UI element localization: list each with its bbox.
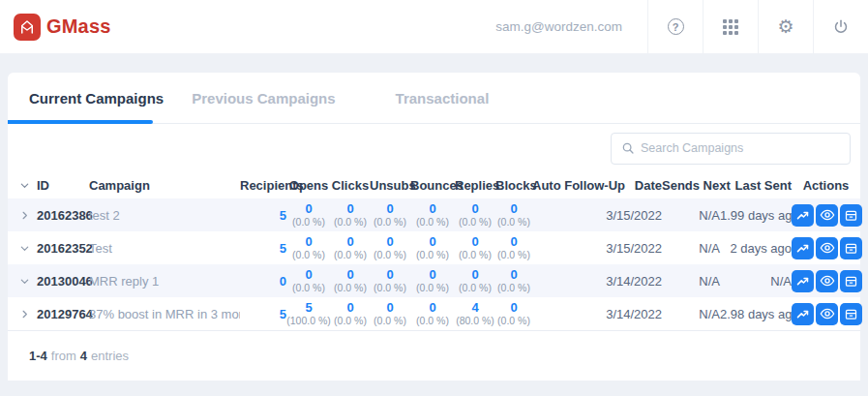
view-button[interactable] — [816, 237, 838, 259]
opens-stat[interactable]: 0(0.0 %) — [286, 202, 331, 228]
search-input[interactable] — [641, 141, 850, 155]
replies-stat[interactable]: 4(80.0 %) — [455, 301, 495, 327]
campaign-date: 3/15/2022 — [606, 241, 662, 256]
clicks-stat[interactable]: 0(0.0 %) — [331, 235, 370, 261]
stat-value: 0 — [471, 235, 478, 250]
replies-stat[interactable]: 0(0.0 %) — [455, 268, 495, 294]
view-button[interactable] — [816, 303, 838, 325]
stat-percent: (0.0 %) — [374, 282, 406, 293]
row-expand-chevron-icon[interactable] — [15, 210, 33, 221]
sends-next: N/A — [662, 307, 720, 321]
collapse-all-chevron-icon[interactable] — [15, 180, 33, 191]
archive-button[interactable] — [840, 204, 862, 227]
logout-button[interactable] — [813, 0, 868, 53]
sends-next: N/A — [662, 208, 720, 223]
replies-stat[interactable]: 0(0.0 %) — [455, 235, 495, 261]
col-blocks: Blocks — [495, 178, 532, 193]
view-button[interactable] — [816, 204, 838, 227]
view-button[interactable] — [816, 270, 838, 292]
stat-percent: (0.0 %) — [497, 249, 530, 260]
col-date: Date — [606, 178, 662, 193]
entries-range: 1-4 — [29, 349, 47, 363]
replies-stat[interactable]: 0(0.0 %) — [455, 202, 495, 228]
stat-percent: (0.0 %) — [459, 282, 492, 293]
settings-button[interactable]: ⚙ — [758, 0, 813, 53]
apps-button[interactable] — [703, 0, 758, 53]
col-unsubs: Unsubs — [370, 178, 410, 193]
stat-percent: (0.0 %) — [374, 315, 406, 326]
stat-percent: (80.0 %) — [456, 315, 494, 326]
unsubs-stat[interactable]: 0(0.0 %) — [370, 301, 410, 327]
stat-percent: (0.0 %) — [459, 249, 492, 260]
stat-value: 5 — [305, 301, 312, 316]
opens-stat[interactable]: 0(0.0 %) — [286, 235, 331, 261]
active-tab-underline — [8, 120, 153, 124]
blocks-stat[interactable]: 0(0.0 %) — [495, 301, 532, 327]
stat-value: 0 — [346, 268, 353, 283]
archive-button[interactable] — [840, 237, 862, 259]
tab-transactional[interactable]: Transactional — [396, 90, 490, 107]
recipients-count[interactable]: 0 — [240, 274, 286, 289]
report-button[interactable] — [792, 237, 814, 259]
campaign-name[interactable]: 37% boost in MRR in 3 months... — [87, 307, 240, 321]
blocks-stat[interactable]: 0(0.0 %) — [495, 268, 532, 294]
row-collapse-chevron-icon[interactable] — [15, 276, 33, 287]
archive-icon — [844, 208, 858, 223]
report-button[interactable] — [792, 303, 814, 325]
unsubs-stat[interactable]: 0(0.0 %) — [370, 268, 410, 294]
blocks-stat[interactable]: 0(0.0 %) — [495, 202, 532, 228]
campaign-id: 20162352 — [33, 241, 87, 256]
bounces-stat[interactable]: 0(0.0 %) — [410, 235, 455, 261]
archive-button[interactable] — [840, 303, 862, 325]
opens-stat[interactable]: 5(100.0 %) — [286, 301, 331, 327]
entries-label: entries — [91, 349, 129, 363]
campaign-id: 20129764 — [33, 307, 87, 321]
bounces-stat[interactable]: 0(0.0 %) — [410, 301, 455, 327]
recipients-count[interactable]: 5 — [240, 307, 286, 321]
sends-next: N/A — [662, 241, 720, 256]
tab-previous-campaigns[interactable]: Previous Campaigns — [192, 90, 335, 107]
bounces-stat[interactable]: 0(0.0 %) — [410, 268, 455, 294]
last-sent: N/A — [720, 274, 792, 289]
campaign-date: 3/15/2022 — [606, 208, 662, 223]
entries-from-label: from — [51, 349, 76, 363]
archive-button[interactable] — [840, 270, 862, 292]
report-icon — [795, 208, 810, 223]
report-button[interactable] — [792, 204, 814, 227]
stat-percent: (0.0 %) — [416, 249, 449, 260]
tab-current-campaigns[interactable]: Current Campaigns — [29, 90, 164, 107]
help-button[interactable]: ? — [647, 0, 703, 53]
clicks-stat[interactable]: 0(0.0 %) — [331, 202, 370, 228]
clicks-stat[interactable]: 0(0.0 %) — [331, 268, 370, 294]
row-actions — [792, 237, 862, 259]
recipients-count[interactable]: 5 — [240, 241, 286, 256]
brand[interactable]: GMass — [0, 0, 111, 53]
opens-stat[interactable]: 0(0.0 %) — [286, 268, 331, 294]
report-icon — [795, 241, 810, 256]
report-icon — [795, 307, 810, 321]
campaign-name[interactable]: Test — [87, 241, 240, 256]
row-actions — [792, 270, 862, 292]
bounces-stat[interactable]: 0(0.0 %) — [410, 202, 455, 228]
stat-value: 0 — [346, 235, 353, 250]
report-button[interactable] — [792, 270, 814, 292]
stat-value: 0 — [429, 268, 435, 283]
stat-percent: (0.0 %) — [334, 282, 367, 293]
top-bar: GMass sam.g@wordzen.com ? ⚙ — [0, 0, 868, 53]
stat-percent: (0.0 %) — [292, 249, 325, 260]
recipients-count[interactable]: 5 — [240, 208, 286, 223]
stat-percent: (0.0 %) — [374, 216, 406, 228]
campaign-name[interactable]: test 2 — [87, 208, 240, 223]
stat-value: 0 — [305, 202, 312, 217]
campaign-name[interactable]: MRR reply 1 — [87, 274, 240, 289]
unsubs-stat[interactable]: 0(0.0 %) — [370, 202, 410, 228]
unsubs-stat[interactable]: 0(0.0 %) — [370, 235, 410, 261]
stat-value: 0 — [386, 301, 393, 316]
last-sent: 2.98 days ago — [720, 307, 792, 321]
clicks-stat[interactable]: 0(0.0 %) — [331, 301, 370, 327]
blocks-stat[interactable]: 0(0.0 %) — [495, 235, 532, 261]
archive-icon — [844, 307, 858, 321]
row-expand-chevron-icon[interactable] — [15, 309, 33, 320]
col-campaign: Campaign — [87, 178, 240, 193]
row-collapse-chevron-icon[interactable] — [15, 243, 33, 254]
